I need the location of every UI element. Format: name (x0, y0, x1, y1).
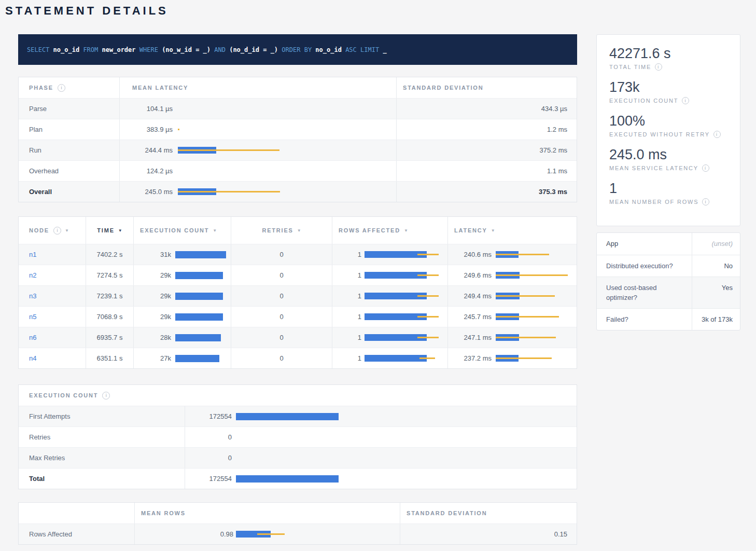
mean-rows-value: 0.98 (135, 530, 233, 538)
node-link[interactable]: n5 (29, 313, 36, 321)
execution-count-row-total: Total172554 (19, 468, 577, 489)
node-cell: n5 (19, 307, 86, 327)
column-header-standard-deviation: STANDARD DEVIATION (396, 77, 578, 98)
phase-cell: Plan (19, 119, 119, 140)
info-icon[interactable]: i (702, 164, 709, 172)
sort-arrow-icon: ▼ (491, 228, 495, 233)
phase-label: Run (29, 146, 41, 154)
column-header-rows-affected[interactable]: ROWS AFFECTED▼ (332, 217, 447, 244)
column-header-time[interactable]: TIME▼ (86, 217, 133, 244)
sql-keyword: SELECT (27, 46, 53, 53)
main-column: SELECT no_o_id FROM new_order WHERE (no_… (18, 34, 577, 545)
details-row-label: Distributed execution? (597, 255, 692, 277)
count-bar (236, 434, 578, 440)
column-header-label: NODE (29, 227, 49, 233)
bar-stddev (417, 274, 439, 276)
column-header-blank (19, 503, 134, 524)
node-link[interactable]: n1 (29, 251, 36, 258)
sort-arrow-icon: ▼ (213, 228, 217, 233)
node-table: NODEi▼TIME▼EXECUTION COUNT▼RETRIES▼ROWS … (18, 216, 577, 369)
sql-keyword: WHERE (136, 46, 162, 53)
column-header-standard-deviation: STANDARD DEVIATION (400, 503, 578, 524)
node-link[interactable]: n4 (29, 354, 36, 362)
sql-identifier: no_o_id (315, 46, 342, 53)
stat-mean-number-of-rows: 1MEAN NUMBER OF ROWSi (609, 181, 727, 205)
retries-cell: 0 (231, 307, 332, 327)
bar-stddev (417, 254, 439, 255)
row-label: First Attempts (29, 412, 70, 420)
rows-affected-row: Rows Affected0.980.15 (19, 524, 577, 544)
rows-affected-cell: 1 (332, 348, 447, 368)
info-icon[interactable]: i (682, 97, 689, 104)
retries-value: 0 (279, 251, 283, 258)
details-header-row: App(unset) (597, 233, 740, 255)
node-link[interactable]: n6 (29, 334, 36, 341)
column-header-label: LATENCY (454, 227, 487, 233)
info-icon[interactable]: i (713, 131, 721, 138)
retries-value: 0 (279, 313, 283, 321)
latency-bar (496, 251, 578, 258)
node-row-n4: n46351.1 s27k01237.2 ms (19, 348, 577, 368)
column-header-node[interactable]: NODEi▼ (19, 217, 86, 244)
latency-value: 245.7 ms (454, 313, 492, 321)
phase-table-body: Parse104.1 µs434.3 µsPlan383.9 µs1.2 msR… (19, 98, 577, 202)
mean-latency-cell: 383.9 µs (119, 119, 396, 140)
sort-arrow-icon: ▼ (65, 228, 69, 233)
row-label: Total (29, 475, 45, 483)
phase-cell: Run (19, 140, 119, 160)
stat-label: EXECUTION COUNTi (609, 97, 727, 104)
column-header-phase: PHASEi (19, 77, 119, 98)
column-header-mean-latency: MEAN LATENCY (119, 77, 396, 98)
time-cell: 7239.1 s (86, 286, 133, 306)
column-header-execution-count[interactable]: EXECUTION COUNT▼ (133, 217, 231, 244)
info-icon[interactable]: i (58, 84, 65, 92)
retries-cell: 0 (231, 348, 332, 368)
node-link[interactable]: n2 (29, 271, 36, 279)
mean-latency-bar (178, 147, 396, 154)
stat-value: 173k (609, 79, 727, 95)
mean-rows-cell: 0.98 (134, 524, 400, 544)
count-bar (236, 475, 578, 482)
details-row-used-cost-based-optimizer-: Used cost-based optimizer?Yes (597, 277, 740, 308)
std-deviation-cell: 375.2 ms (396, 140, 578, 160)
mean-latency-cell: 245.0 ms (119, 182, 396, 202)
phase-cell: Overall (19, 182, 119, 202)
value-cell: 172554 (185, 406, 578, 426)
column-header-label: STANDARD DEVIATION (407, 510, 487, 516)
info-icon[interactable]: i (655, 63, 662, 71)
node-link[interactable]: n3 (29, 292, 36, 300)
label-cell: First Attempts (19, 406, 185, 426)
rows-affected-table-header: MEAN ROWSSTANDARD DEVIATION (19, 503, 577, 524)
phase-label: Overhead (29, 167, 59, 175)
std-deviation-cell: 375.3 ms (396, 182, 578, 202)
execution-count-header-label: EXECUTION COUNT (29, 392, 98, 398)
latency-bar (496, 293, 578, 299)
std-deviation-value: 1.1 ms (547, 167, 567, 175)
latency-cell: 245.7 ms (447, 307, 578, 327)
info-icon[interactable]: i (53, 227, 61, 235)
rows-affected-cell: 1 (332, 327, 447, 348)
std-deviation-value: 1.2 ms (547, 126, 567, 133)
phase-row-run: Run244.4 ms375.2 ms (19, 140, 577, 160)
mean-latency-bar (178, 188, 396, 195)
stat-executed-without-retry: 100%EXECUTED WITHOUT RETRYi (609, 113, 727, 138)
node-row-n2: n27274.5 s29k01249.6 ms (19, 265, 577, 285)
column-header-latency[interactable]: LATENCY▼ (447, 217, 578, 244)
info-icon[interactable]: i (102, 392, 110, 400)
latency-bar (496, 334, 578, 341)
info-icon[interactable]: i (702, 198, 709, 205)
sql-identifier: (no_d_id = _) (229, 46, 278, 53)
latency-bar (496, 355, 578, 362)
value-cell: 172554 (185, 469, 578, 489)
column-header-retries[interactable]: RETRIES▼ (231, 217, 332, 244)
retries-value: 0 (279, 292, 283, 300)
stat-label: MEAN SERVICE LATENCYi (609, 164, 727, 172)
execution-count-cell: 31k (133, 244, 231, 265)
execution-count-bar (175, 251, 231, 258)
bar-stddev (178, 149, 279, 151)
sql-keyword: ORDER BY (278, 46, 315, 53)
node-cell: n6 (19, 327, 86, 348)
bar-stddev (257, 533, 285, 535)
stat-value: 1 (609, 181, 727, 197)
column-header-label: EXECUTION COUNT (140, 227, 209, 233)
